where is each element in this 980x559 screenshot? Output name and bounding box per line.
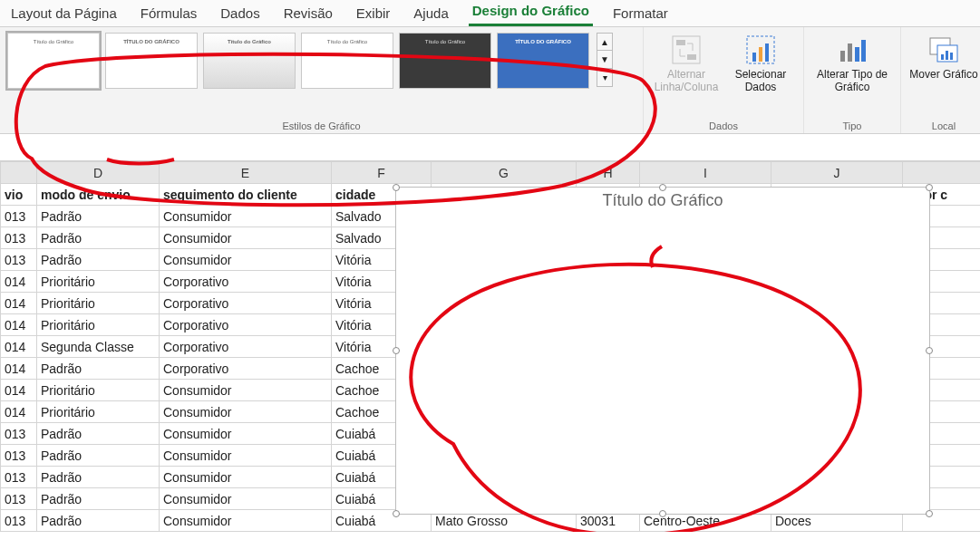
cell[interactable]: 013 — [1, 467, 37, 488]
tab-design-grafico[interactable]: Design do Gráfico — [469, 0, 593, 26]
cell[interactable]: Corporativo — [160, 293, 332, 314]
cell[interactable]: Prioritário — [37, 293, 160, 314]
cell[interactable]: Consumidor — [160, 380, 332, 401]
cell[interactable]: Consumidor — [160, 445, 332, 467]
tab-ajuda[interactable]: Ajuda — [410, 2, 451, 26]
cell[interactable]: Prioritário — [37, 271, 160, 293]
cell[interactable]: 014 — [1, 314, 37, 336]
cell[interactable]: Padrão — [37, 488, 160, 510]
resize-handle[interactable] — [926, 184, 933, 191]
cell[interactable]: Padrão — [37, 467, 160, 488]
resize-handle[interactable] — [926, 347, 933, 354]
chart-style-thumb-3[interactable]: Título do Gráfico — [203, 33, 296, 89]
chart-title[interactable]: Título do Gráfico — [396, 191, 929, 210]
cell[interactable]: 013 — [1, 423, 37, 445]
cell[interactable]: Prioritário — [37, 401, 160, 423]
mover-grafico-button[interactable]: Mover Gráfico — [908, 33, 979, 82]
column-header-row[interactable]: D E F G H I J — [1, 162, 981, 184]
chart-style-thumb-5[interactable]: Título do Gráfico — [399, 33, 491, 89]
cell[interactable]: Padrão — [37, 249, 160, 271]
cell[interactable]: Padrão — [37, 227, 160, 249]
col-header-H[interactable]: H — [577, 162, 640, 184]
cell[interactable]: Padrão — [37, 206, 160, 227]
cell[interactable]: 013 — [1, 445, 37, 467]
resize-handle[interactable] — [393, 510, 400, 517]
svg-rect-1 — [676, 40, 685, 45]
cell[interactable]: 014 — [1, 271, 37, 293]
cell[interactable]: Padrão — [37, 423, 160, 445]
tab-revisao[interactable]: Revisão — [280, 2, 336, 26]
cell[interactable]: 013 — [1, 206, 37, 227]
cell[interactable]: 013 — [1, 227, 37, 249]
cell[interactable]: Consumidor — [160, 488, 332, 510]
alterar-tipo-label: Alterar Tipo de Gráfico — [811, 69, 893, 94]
col-header-F[interactable]: F — [332, 162, 432, 184]
tab-layout-pagina[interactable]: Layout da Página — [7, 2, 121, 26]
resize-handle[interactable] — [926, 510, 933, 517]
embedded-chart[interactable]: Título do Gráfico — [395, 187, 930, 515]
ribbon: Título do Gráfico TÍTULO DO GRÁFICO Títu… — [0, 27, 980, 134]
cell[interactable]: 013 — [1, 510, 37, 532]
cell[interactable]: Corporativo — [160, 336, 332, 358]
resize-handle[interactable] — [393, 347, 400, 354]
alterar-tipo-grafico-button[interactable]: Alterar Tipo de Gráfico — [811, 33, 893, 94]
cell[interactable]: Consumidor — [160, 206, 332, 227]
cell[interactable]: Consumidor — [160, 510, 332, 532]
gallery-expand[interactable]: ▾ — [597, 69, 613, 87]
cell[interactable]: 014 — [1, 380, 37, 401]
cell[interactable]: Consumidor — [160, 401, 332, 423]
cell[interactable]: Prioritário — [37, 380, 160, 401]
cell[interactable]: 013 — [1, 249, 37, 271]
chart-style-thumb-1[interactable]: Título do Gráfico — [7, 33, 100, 89]
cell[interactable]: Consumidor — [160, 249, 332, 271]
col-header-blank2[interactable] — [903, 162, 981, 184]
cell[interactable]: Padrão — [37, 358, 160, 380]
chart-style-thumb-6[interactable]: TÍTULO DO GRÁFICO — [497, 33, 589, 89]
cell[interactable]: Corporativo — [160, 314, 332, 336]
cell[interactable]: modo de envio — [37, 184, 160, 206]
cell[interactable]: Prioritário — [37, 314, 160, 336]
chevron-down-icon: ▼ — [600, 54, 609, 64]
tab-formulas[interactable]: Fórmulas — [137, 2, 201, 26]
col-header-blank[interactable] — [1, 162, 37, 184]
cell[interactable]: Corporativo — [160, 358, 332, 380]
selecionar-label: Selecionar Dados — [725, 69, 796, 94]
cell[interactable]: Padrão — [37, 510, 160, 532]
selecionar-dados-button[interactable]: Selecionar Dados — [725, 33, 796, 94]
cell[interactable]: seguimento do cliente — [160, 184, 332, 206]
cell[interactable]: 014 — [1, 401, 37, 423]
cell[interactable]: Corporativo — [160, 271, 332, 293]
cell[interactable]: 014 — [1, 336, 37, 358]
group-label-estilos: Estilos de Gráfico — [7, 120, 636, 131]
cell[interactable]: Consumidor — [160, 423, 332, 445]
cell[interactable]: 014 — [1, 358, 37, 380]
cell[interactable]: Padrão — [37, 445, 160, 467]
tab-exibir[interactable]: Exibir — [353, 2, 394, 26]
col-header-I[interactable]: I — [640, 162, 771, 184]
col-header-J[interactable]: J — [771, 162, 903, 184]
formula-bar-area[interactable] — [0, 134, 980, 161]
svg-rect-10 — [861, 40, 866, 62]
cell[interactable]: vio — [1, 184, 37, 206]
gallery-scroll-up[interactable]: ▲ — [597, 33, 613, 51]
svg-rect-2 — [687, 54, 696, 60]
svg-rect-14 — [946, 51, 948, 60]
chart-style-thumb-4[interactable]: Título do Gráfico — [301, 33, 393, 89]
col-header-E[interactable]: E — [160, 162, 332, 184]
svg-rect-6 — [765, 43, 769, 62]
svg-rect-4 — [752, 53, 756, 62]
cell[interactable]: Consumidor — [160, 227, 332, 249]
chart-style-thumb-2[interactable]: TÍTULO DO GRÁFICO — [105, 33, 198, 89]
cell[interactable]: Segunda Classe — [37, 336, 160, 358]
resize-handle[interactable] — [393, 184, 400, 191]
tab-formatar[interactable]: Formatar — [609, 2, 672, 26]
resize-handle[interactable] — [659, 184, 666, 191]
resize-handle[interactable] — [659, 510, 666, 517]
cell[interactable]: 013 — [1, 488, 37, 510]
col-header-G[interactable]: G — [432, 162, 577, 184]
col-header-D[interactable]: D — [37, 162, 160, 184]
cell[interactable]: 014 — [1, 293, 37, 314]
gallery-scroll-down[interactable]: ▼ — [597, 51, 613, 69]
cell[interactable]: Consumidor — [160, 467, 332, 488]
tab-dados[interactable]: Dados — [217, 2, 263, 26]
